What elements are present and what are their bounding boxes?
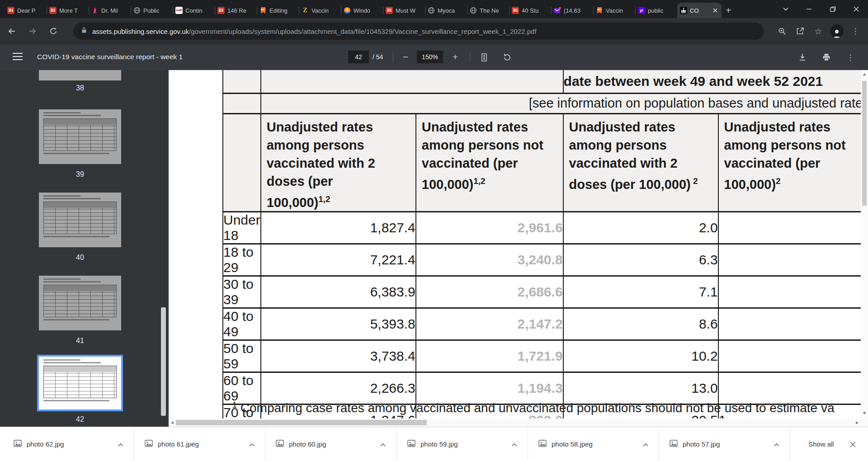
table-row-info: [see information on population bases and… bbox=[223, 93, 868, 113]
menu-icon[interactable] bbox=[13, 53, 23, 60]
zoom-in-button[interactable]: + bbox=[448, 51, 462, 63]
reload-button[interactable] bbox=[44, 22, 62, 40]
value-cell: 2,686.6 bbox=[416, 276, 563, 308]
tab-the-ne[interactable]: The Ne bbox=[467, 3, 509, 18]
rates-table: date between week 49 and week 52 2021 [s… bbox=[222, 70, 868, 419]
download-item[interactable]: photo 60.jpg bbox=[265, 427, 396, 461]
age-cell: 50 to 59 bbox=[223, 340, 261, 372]
tab-146-re[interactable]: BI 146 Re bbox=[215, 3, 257, 18]
value-cell bbox=[718, 244, 868, 276]
thumbnail-page-41[interactable] bbox=[39, 276, 121, 330]
print-button[interactable] bbox=[821, 52, 832, 63]
tab-must-w[interactable]: BI Must W bbox=[383, 3, 425, 18]
address-bar-actions: ☆ ⋮ bbox=[773, 22, 864, 40]
scroll-down-icon[interactable]: ▼ bbox=[861, 411, 868, 415]
download-item[interactable]: photo 61.jpeg bbox=[134, 427, 265, 461]
share-icon[interactable] bbox=[791, 22, 809, 40]
new-tab-button[interactable]: + bbox=[722, 3, 735, 18]
rotate-button[interactable] bbox=[501, 52, 513, 63]
vertical-scrollbar[interactable]: ▲ ▼ bbox=[861, 70, 868, 419]
horizontal-scrollbar[interactable]: ◄ ► bbox=[169, 419, 861, 427]
tab-mail-count[interactable]: (14,63 bbox=[551, 3, 593, 18]
url-field[interactable]: assets.publishing.service.gov.uk/governm… bbox=[73, 23, 764, 40]
tab-yahoo-public[interactable]: y! public bbox=[635, 3, 677, 18]
image-file-icon bbox=[145, 439, 153, 449]
image-file-icon bbox=[670, 439, 678, 449]
tab-myoca[interactable]: Myoca bbox=[425, 3, 467, 18]
close-tab-icon[interactable] bbox=[712, 7, 719, 14]
thumbnail-label-40: 40 bbox=[39, 254, 121, 262]
scroll-up-icon[interactable]: ▲ bbox=[861, 72, 868, 76]
sidebar-scrollbar-thumb[interactable] bbox=[161, 307, 166, 416]
download-button[interactable] bbox=[797, 52, 808, 63]
table-row: Under 18 1,827.4 2,961.6 2.0 bbox=[223, 212, 868, 244]
table-row: 30 to 39 6,383.9 2,686.6 7.1 bbox=[223, 276, 868, 308]
restore-button[interactable] bbox=[821, 0, 844, 18]
thumbnail-page-38[interactable] bbox=[39, 70, 121, 80]
chevron-up-icon[interactable] bbox=[774, 440, 780, 448]
scroll-right-icon[interactable]: ► bbox=[854, 420, 861, 425]
purple-mail-icon bbox=[554, 7, 561, 14]
yahoo-icon: y! bbox=[638, 7, 645, 14]
tab-more[interactable]: BI More T bbox=[47, 3, 89, 18]
tab-40-stu[interactable]: BI 40 Stu bbox=[509, 3, 551, 18]
chevron-up-icon[interactable] bbox=[642, 440, 649, 448]
tab-vaccin-2[interactable]: Vaccin bbox=[593, 3, 635, 18]
tab-covid-report-active[interactable]: CO bbox=[677, 3, 722, 18]
thumbnail-page-42-selected[interactable] bbox=[37, 355, 123, 411]
page-number-input[interactable]: 42 bbox=[348, 51, 369, 63]
value-cell: 1,194.3 bbox=[416, 372, 563, 405]
zoom-out-button[interactable]: − bbox=[399, 51, 412, 63]
address-bar: assets.publishing.service.gov.uk/governm… bbox=[0, 18, 868, 44]
scroll-left-icon[interactable]: ◄ bbox=[169, 420, 176, 425]
chevron-up-icon[interactable] bbox=[511, 440, 518, 448]
chevron-up-icon[interactable] bbox=[118, 440, 124, 448]
fit-to-page-button[interactable] bbox=[478, 52, 490, 63]
minimize-button[interactable] bbox=[797, 0, 821, 18]
age-cell: 18 to 29 bbox=[223, 244, 261, 276]
close-downloads-bar-icon[interactable] bbox=[846, 438, 859, 451]
thumbnail-page-39[interactable] bbox=[39, 109, 121, 164]
tab-editing[interactable]: Editing bbox=[257, 3, 299, 18]
download-item[interactable]: photo 57.jpg bbox=[659, 427, 790, 461]
value-cell: 6.3 bbox=[563, 244, 718, 276]
downloads-bar: photo 62.jpg photo 61.jpeg photo 60.jpg … bbox=[0, 427, 868, 461]
tab-vaccin-1[interactable]: Z Vaccin bbox=[299, 3, 341, 18]
download-item[interactable]: photo 58.jpeg bbox=[528, 427, 659, 461]
tab-contin[interactable]: mR Contin bbox=[173, 3, 215, 18]
profile-avatar[interactable] bbox=[830, 24, 844, 38]
table-footnote: 1 Comparing case rates among vaccinated … bbox=[232, 400, 835, 415]
zoom-page-icon[interactable] bbox=[773, 22, 791, 40]
pdf-page: date between week 49 and week 52 2021 [s… bbox=[169, 70, 868, 419]
value-cell: 10.2 bbox=[563, 340, 718, 372]
thumbnail-page-40[interactable] bbox=[39, 193, 121, 247]
url-path: /government/uploads/system/uploads/attac… bbox=[189, 28, 537, 35]
chevron-up-icon[interactable] bbox=[380, 440, 386, 448]
bookmark-star-icon[interactable]: ☆ bbox=[809, 22, 827, 40]
download-item[interactable]: photo 62.jpg bbox=[3, 427, 134, 461]
pdf-menu-icon[interactable]: ⋮ bbox=[844, 52, 856, 63]
show-all-downloads-button[interactable]: Show all bbox=[804, 427, 839, 461]
browser-menu-icon[interactable]: ⋮ bbox=[846, 22, 864, 40]
back-button[interactable] bbox=[3, 22, 21, 40]
download-item[interactable]: photo 59.jpg bbox=[396, 427, 528, 461]
value-cell: 2,961.6 bbox=[416, 212, 563, 244]
tab-public[interactable]: Public bbox=[131, 3, 173, 18]
value-cell bbox=[718, 276, 868, 308]
globe-icon bbox=[133, 7, 141, 14]
table-row: 60 to 69 2,266.3 1,194.3 13.0 bbox=[223, 372, 868, 405]
forward-button[interactable] bbox=[24, 22, 42, 40]
tab-dear-p[interactable]: BI Dear P bbox=[5, 3, 47, 18]
tab-windo[interactable]: Windo bbox=[341, 3, 383, 18]
column-header: Unadjusted rates among persons vaccinate… bbox=[261, 113, 416, 212]
tab-search-chevron-icon[interactable] bbox=[774, 0, 797, 18]
horizontal-scrollbar-thumb[interactable] bbox=[176, 420, 427, 425]
toolbar-divider bbox=[470, 52, 470, 63]
zoom-level-input[interactable]: 150% bbox=[417, 51, 443, 63]
page-total-label: / 54 bbox=[373, 53, 383, 61]
age-cell: 60 to 69 bbox=[223, 372, 261, 405]
vertical-scrollbar-thumb[interactable] bbox=[862, 81, 867, 206]
tab-dr-mil[interactable]: Dr. Mil bbox=[89, 3, 131, 18]
chevron-up-icon[interactable] bbox=[249, 440, 255, 448]
close-window-button[interactable] bbox=[844, 0, 868, 18]
